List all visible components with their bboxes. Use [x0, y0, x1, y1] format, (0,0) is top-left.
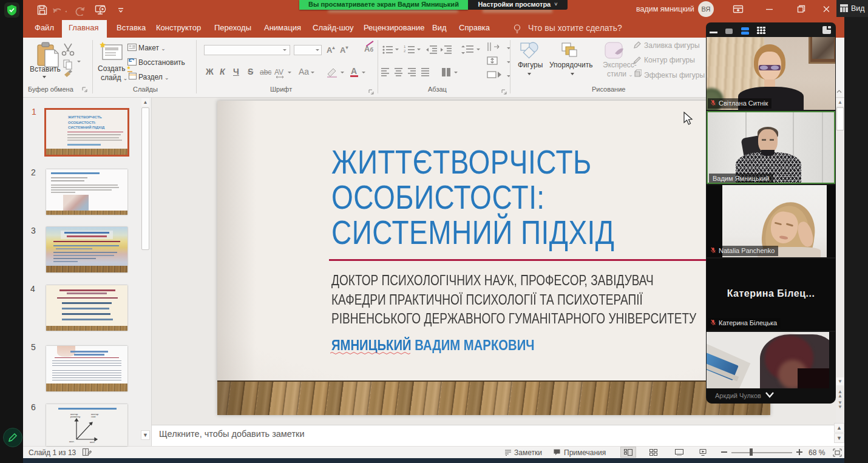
svg-text:розвитку: розвитку	[70, 415, 80, 418]
svg-text:2: 2	[404, 49, 406, 53]
svg-text:1: 1	[404, 45, 406, 49]
svg-text:вект.: вект.	[90, 441, 95, 444]
svg-text:нові: нові	[91, 415, 96, 418]
svg-text:вект.: вект.	[69, 440, 75, 443]
